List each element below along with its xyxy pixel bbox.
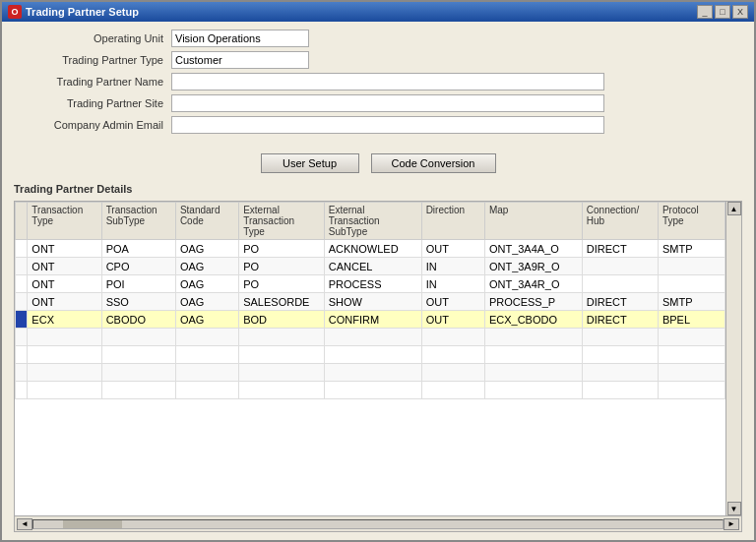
company-admin-email-label: Company Admin Email — [14, 119, 171, 131]
cell-exttxsubtype: PROCESS — [324, 275, 421, 293]
hscroll-thumb[interactable] — [63, 520, 122, 528]
cell-protocol — [658, 258, 724, 275]
cell-protocol — [658, 364, 724, 382]
scroll-right-button[interactable]: ► — [724, 518, 739, 530]
cell-txsubtype: CPO — [101, 258, 175, 275]
minimize-button[interactable]: _ — [697, 5, 713, 19]
row-indicator — [16, 329, 28, 346]
operating-unit-label: Operating Unit — [14, 32, 171, 44]
form-section: Operating Unit Trading Partner Type Trad… — [14, 30, 742, 138]
cell-txtype: ONT — [28, 293, 101, 311]
table-header-row: TransactionType TransactionSubType Stand… — [16, 203, 725, 240]
window-title: Trading Partner Setup — [26, 6, 139, 18]
cell-connhub: DIRECT — [582, 293, 658, 311]
table-row[interactable] — [16, 382, 725, 399]
table-row[interactable] — [16, 329, 725, 346]
cell-txsubtype: CBODO — [101, 311, 175, 329]
cell-txsubtype: SSO — [101, 293, 175, 311]
table-row[interactable]: ONTPOIOAGPOPROCESSINONT_3A4R_O — [16, 275, 725, 293]
cell-map: PROCESS_P — [484, 293, 582, 311]
scroll-up-button[interactable]: ▲ — [727, 202, 741, 215]
cell-direction — [421, 329, 484, 346]
cell-exttxtype — [239, 364, 325, 382]
table-row[interactable]: ONTSSOOAGSALESORDESHOWOUTPROCESS_PDIRECT… — [16, 293, 725, 311]
trading-partner-site-row: Trading Partner Site — [14, 94, 742, 112]
col-exttxsubtype-header: ExternalTransactionSubType — [324, 203, 421, 240]
cell-connhub — [582, 275, 658, 293]
trading-partner-site-input[interactable] — [171, 94, 604, 112]
app-icon: O — [8, 5, 22, 19]
cell-direction: OUT — [421, 311, 484, 329]
vertical-scrollbar[interactable]: ▲ ▼ — [725, 202, 741, 515]
cell-protocol — [658, 346, 724, 364]
trading-partner-type-input[interactable] — [171, 51, 309, 69]
row-indicator — [16, 346, 28, 364]
main-window: O Trading Partner Setup _ □ X Operating … — [0, 0, 756, 542]
maximize-button[interactable]: □ — [715, 5, 730, 19]
cell-txtype: ONT — [28, 258, 101, 275]
row-indicator — [16, 364, 28, 382]
col-map-header: Map — [484, 203, 582, 240]
cell-connhub: DIRECT — [582, 240, 658, 258]
trading-partner-name-input[interactable] — [171, 73, 604, 90]
operating-unit-input[interactable] — [171, 30, 309, 47]
cell-txtype — [28, 364, 101, 382]
cell-exttxsubtype — [324, 382, 421, 399]
title-bar: O Trading Partner Setup _ □ X — [2, 2, 754, 22]
horizontal-scrollbar[interactable]: ◄ ► — [15, 515, 741, 531]
company-admin-email-input[interactable] — [171, 116, 604, 134]
col-txtype-header: TransactionType — [28, 203, 101, 240]
table-row[interactable] — [16, 346, 725, 364]
cell-txtype: ECX — [28, 311, 101, 329]
code-conversion-button[interactable]: Code Conversion — [371, 153, 496, 173]
cell-protocol — [658, 275, 724, 293]
cell-exttxtype: PO — [239, 240, 325, 258]
table-body: ONTPOAOAGPOACKNOWLEDOUTONT_3A4A_ODIRECTS… — [16, 240, 725, 399]
cell-txtype: ONT — [28, 275, 101, 293]
row-indicator — [16, 311, 28, 329]
hscroll-track[interactable] — [32, 519, 724, 529]
cell-protocol: BPEL — [658, 311, 724, 329]
cell-stdcode: OAG — [175, 311, 238, 329]
close-button[interactable]: X — [732, 5, 748, 19]
cell-txsubtype — [101, 364, 175, 382]
details-table-container: TransactionType TransactionSubType Stand… — [14, 201, 742, 532]
table-row[interactable] — [16, 364, 725, 382]
cell-connhub — [582, 329, 658, 346]
trading-partner-type-label: Trading Partner Type — [14, 54, 171, 66]
cell-direction — [421, 346, 484, 364]
action-buttons: User Setup Code Conversion — [14, 153, 742, 173]
cell-connhub: DIRECT — [582, 311, 658, 329]
col-stdcode-header: StandardCode — [175, 203, 238, 240]
row-indicator — [16, 275, 28, 293]
cell-protocol — [658, 329, 724, 346]
cell-exttxsubtype: CONFIRM — [324, 311, 421, 329]
col-protocol-header: ProtocolType — [658, 203, 724, 240]
table-row[interactable]: ECXCBODOOAGBODCONFIRMOUTECX_CBODODIRECTB… — [16, 311, 725, 329]
cell-txsubtype — [101, 329, 175, 346]
trading-partner-type-row: Trading Partner Type — [14, 51, 742, 69]
row-indicator — [16, 382, 28, 399]
cell-exttxtype — [239, 329, 325, 346]
cell-map: ONT_3A9R_O — [484, 258, 582, 275]
scroll-left-button[interactable]: ◄ — [17, 518, 32, 530]
table-row[interactable]: ONTCPOOAGPOCANCELINONT_3A9R_O — [16, 258, 725, 275]
scroll-down-button[interactable]: ▼ — [727, 502, 741, 515]
title-bar-left: O Trading Partner Setup — [8, 5, 139, 19]
cell-stdcode: OAG — [175, 258, 238, 275]
cell-protocol: SMTP — [658, 293, 724, 311]
cell-txtype — [28, 346, 101, 364]
details-section-title: Trading Partner Details — [14, 183, 742, 195]
cell-exttxtype: PO — [239, 258, 325, 275]
table-row[interactable]: ONTPOAOAGPOACKNOWLEDOUTONT_3A4A_ODIRECTS… — [16, 240, 725, 258]
cell-txsubtype — [101, 346, 175, 364]
cell-stdcode — [175, 329, 238, 346]
cell-exttxsubtype — [324, 364, 421, 382]
cell-stdcode: OAG — [175, 240, 238, 258]
user-setup-button[interactable]: User Setup — [261, 153, 359, 173]
cell-txsubtype: POA — [101, 240, 175, 258]
cell-exttxsubtype — [324, 329, 421, 346]
cell-map: ECX_CBODO — [484, 311, 582, 329]
cell-connhub — [582, 382, 658, 399]
cell-exttxsubtype: SHOW — [324, 293, 421, 311]
